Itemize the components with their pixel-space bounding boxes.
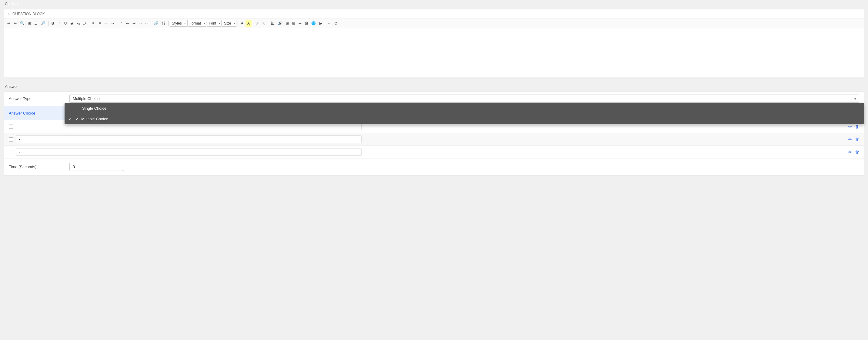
answer-section: Answer Answer Type Single Choice Multipl… (0, 82, 868, 180)
answer-row-3: ✏ 🗑 (4, 146, 864, 158)
styles-select[interactable]: Styles (170, 20, 187, 27)
time-row: Time (Seconds): (4, 158, 864, 175)
outdent-button[interactable]: ⇐ (103, 20, 109, 27)
multiple-choice-checkmark: ✓ (75, 117, 79, 121)
format-wrapper: Format (187, 20, 207, 27)
link-button[interactable]: 🔗 (152, 20, 160, 27)
redo-button[interactable]: ↪ (12, 20, 18, 27)
italic-button[interactable]: I (56, 20, 62, 27)
answer-row-2: ✏ 🗑 (4, 133, 864, 146)
styles-wrapper: Styles (170, 20, 187, 27)
align-center-button[interactable]: ⇥ (131, 20, 137, 27)
find-button[interactable]: 🔎 (39, 20, 47, 27)
toolbar-divider-5 (168, 21, 168, 26)
toolbar-divider-1 (48, 21, 49, 26)
answer-section-label: Answer (0, 82, 868, 91)
video-button[interactable]: ▶ (318, 20, 324, 27)
table-button[interactable]: ⊞ (284, 20, 290, 27)
subscript-button[interactable]: x₂ (75, 20, 81, 27)
answer-card: Answer Type Single Choice Multiple Choic… (4, 91, 864, 176)
underline-button[interactable]: U (62, 20, 68, 27)
answer-row-1-actions: ✏ 🗑 (848, 124, 859, 129)
question-block-icon: ⊕ (7, 12, 10, 16)
answer-type-dropdown[interactable]: Single Choice ✓ Multiple Choice (65, 103, 864, 124)
size-select[interactable]: Size (222, 20, 237, 27)
check-button[interactable]: ✓ (327, 20, 333, 27)
dropdown-item-single-choice[interactable]: Single Choice (65, 103, 864, 114)
maximize-button[interactable]: ⤢ (254, 20, 260, 27)
unlink-button[interactable]: ⛓ (160, 20, 167, 27)
more-button[interactable]: ☰ (33, 20, 39, 27)
answer-checkbox-3[interactable] (9, 150, 13, 154)
font-wrapper: Font (207, 20, 221, 27)
zoom-button[interactable]: 🔍 (19, 20, 26, 27)
delete-answer-1-icon[interactable]: 🗑 (855, 124, 859, 129)
align-left-button[interactable]: ⇤ (125, 20, 131, 27)
toolbar-divider-9 (325, 21, 325, 26)
bold-button[interactable]: B (50, 20, 56, 27)
delete-answer-3-icon[interactable]: 🗑 (855, 150, 859, 155)
edit-answer-3-icon[interactable]: ✏ (848, 150, 852, 155)
toolbar-divider-7 (253, 21, 253, 26)
size-wrapper: Size (222, 20, 237, 27)
answer-type-select-wrapper: Single Choice Multiple Choice ▾ (69, 95, 859, 103)
answer-checkbox-2[interactable] (9, 137, 13, 142)
font-select[interactable]: Font (207, 20, 221, 27)
superscript-button[interactable]: x² (82, 20, 88, 27)
question-block-card: ⊕ QUESTION BLOCK ↩ ↪ 🔍 ⊞ ☰ 🔎 B I U S x₂ … (4, 9, 864, 77)
globe-button[interactable]: 🌐 (310, 20, 317, 27)
question-block-header: ⊕ QUESTION BLOCK (4, 9, 864, 19)
edit-answer-2-icon[interactable]: ✏ (848, 137, 852, 142)
blockquote-button[interactable]: " (118, 20, 124, 27)
answer-checkbox-1[interactable] (9, 125, 13, 129)
answer-row-2-actions: ✏ 🗑 (848, 137, 859, 142)
format-select[interactable]: Format (187, 20, 207, 27)
ordered-list-button[interactable]: ≡ (90, 20, 96, 27)
answer-input-3[interactable] (16, 148, 362, 156)
toolbar-divider-8 (268, 21, 268, 26)
multiple-choice-label: Multiple Choice (81, 117, 108, 121)
image-button[interactable]: 🖼 (270, 20, 276, 27)
font-color-button[interactable]: A (239, 20, 245, 27)
strikethrough-button[interactable]: S (69, 20, 75, 27)
source-button[interactable]: ⊞ (26, 20, 32, 27)
time-input[interactable] (69, 163, 124, 171)
page-wrapper: Content ⊕ QUESTION BLOCK ↩ ↪ 🔍 ⊞ ☰ 🔎 B I… (0, 0, 868, 340)
hr-button[interactable]: ─ (297, 20, 303, 27)
shrink-button[interactable]: ⤡ (261, 20, 267, 27)
answer-row-3-actions: ✏ 🗑 (848, 150, 859, 155)
answer-type-select[interactable]: Single Choice Multiple Choice (69, 95, 859, 103)
table2-button[interactable]: ⊟ (291, 20, 297, 27)
align-right-button[interactable]: ⇦ (137, 20, 143, 27)
highlight-button[interactable]: A (246, 20, 252, 27)
editor-toolbar: ↩ ↪ 🔍 ⊞ ☰ 🔎 B I U S x₂ x² ≡ ≡ ⇐ ⇒ " ⇤ ⇥ … (4, 19, 864, 28)
indent-button[interactable]: ⇒ (110, 20, 116, 27)
toolbar-divider-3 (117, 21, 117, 26)
answer-type-row: Answer Type Single Choice Multiple Choic… (4, 92, 864, 106)
edit-answer-1-icon[interactable]: ✏ (848, 124, 852, 129)
audio-button[interactable]: 🔊 (276, 20, 284, 27)
iframe-button[interactable]: ⊡ (303, 20, 309, 27)
content-label: Content (0, 0, 868, 8)
toolbar-divider-4 (151, 21, 151, 26)
align-justify-button[interactable]: ⇨ (144, 20, 150, 27)
unordered-list-button[interactable]: ≡ (97, 20, 103, 27)
undo-button[interactable]: ↩ (6, 20, 12, 27)
toolbar-divider-6 (238, 21, 238, 26)
answer-type-label: Answer Type (9, 96, 69, 101)
dropdown-item-multiple-choice[interactable]: ✓ Multiple Choice (65, 114, 864, 124)
delete-answer-2-icon[interactable]: 🗑 (855, 137, 859, 142)
question-block-title: QUESTION BLOCK (12, 12, 45, 16)
editor-area[interactable] (4, 28, 864, 77)
time-label: Time (Seconds): (9, 164, 69, 169)
single-choice-label: Single Choice (82, 106, 106, 111)
answer-input-2[interactable] (16, 135, 362, 143)
clear-format-button[interactable]: C (333, 20, 339, 27)
